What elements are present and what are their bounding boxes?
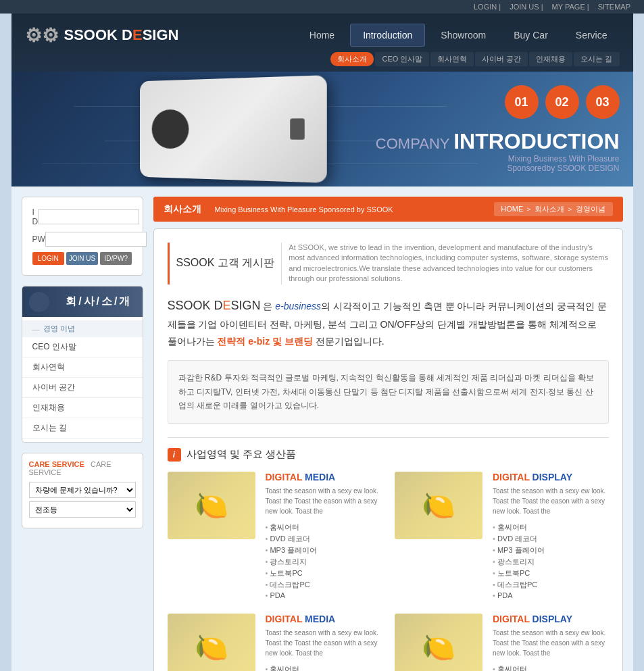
subnav-directions[interactable]: 오시는 길 [574, 52, 619, 66]
hero-section: 01 02 03 COMPANY INTRODUCTION Mixing Bus… [11, 72, 633, 187]
product-card-4: DIGITAL DISPLAY Toast the season with a … [395, 614, 609, 672]
intro-text: SSOOK DESIGN 은 e-business의 시각적이고 기능적인 측면… [168, 295, 609, 351]
hero-subtitle1: Mixing Business With Pleasure [376, 154, 620, 164]
login-button[interactable]: LOGIN [32, 252, 64, 265]
intro-de: E [223, 299, 231, 312]
sidebar-menu: 회/사/소/개 경영 이념 CEO 인사말 회사연혁 사이버 공간 인재채용 오… [22, 286, 143, 443]
gear-icon: ⚙⚙ [25, 24, 59, 47]
sidebar-section: 경영 이념 CEO 인사말 회사연혁 사이버 공간 인재채용 오시는 길 [22, 317, 143, 442]
sidebar-item-recruit[interactable]: 인재채용 [22, 398, 143, 418]
sidebar-item-history[interactable]: 회사연혁 [22, 357, 143, 378]
pw-input[interactable] [45, 232, 147, 247]
product-desc-1: Toast the season with a sexy ew look. To… [266, 486, 382, 516]
list-item: 데스크탑PC [266, 579, 382, 591]
list-item: 광스토리지 [493, 556, 609, 568]
pw-label: PW [32, 234, 45, 244]
list-item: 노트북PC [266, 568, 382, 579]
nav-service[interactable]: Service [564, 24, 620, 46]
products-grid: DIGITAL MEDIA Toast the season with a se… [168, 472, 609, 672]
nav-showroom[interactable]: Showroom [428, 24, 498, 46]
list-item: 홈씨어터 [266, 522, 382, 533]
list-item: 데스크탑PC [493, 579, 609, 591]
digital-label-3: DIGITAL [266, 614, 303, 624]
subnav-cyber[interactable]: 사이버 공간 [475, 52, 528, 66]
digital-label-1: DIGITAL [266, 472, 303, 482]
breadcrumb-desc: Mixing Business With Pleasure Sponsored … [215, 205, 495, 214]
top-bar: LOGIN | JOIN US | MY PAGE | SITEMAP [0, 0, 644, 14]
list-item: DVD 레코더 [493, 533, 609, 545]
product-img-2 [395, 472, 482, 539]
product-img-4 [395, 614, 482, 672]
sidebar-section-title: 경영 이념 [22, 320, 143, 337]
nav-introduction[interactable]: Introduction [350, 24, 425, 47]
care-select-1[interactable]: 차량에 문제가 있습니까? [29, 482, 136, 498]
care-service: CARE SERVICE CARE SERVICE 차량에 문제가 있습니까? … [22, 453, 143, 528]
list-item: PDA [266, 591, 382, 600]
products-title-text: 사업영역 및 주요 생산품 [187, 448, 297, 461]
id-input[interactable] [38, 209, 139, 224]
id-label: I D [32, 207, 39, 226]
hero-title: COMPANY INTRODUCTION [376, 129, 620, 154]
nav-buycar[interactable]: Buy Car [501, 24, 560, 46]
category-label-2: DISPLAY [532, 472, 572, 482]
product-list-3: 홈씨어터 DVD 레코더 MP3 플레이어 광스토리지 노트북PC 데스크탑PC… [266, 664, 382, 672]
sub-nav: 회사소개 CEO 인사말 회사연혁 사이버 공간 인재채용 오시는 길 [11, 50, 633, 72]
product-desc-2: Toast the season with a sexy ew look. To… [493, 486, 609, 516]
sidebar: I D PW LOGIN JOIN US ID/PW? 회/사/소/개 경영 이… [22, 197, 143, 671]
sidebar-item-cyber[interactable]: 사이버 공간 [22, 378, 143, 398]
header-top: ⚙⚙ SSOOK DESIGN Home Introduction Showro… [11, 14, 633, 50]
subnav-recruit[interactable]: 인재채용 [529, 52, 572, 66]
product-list-1: 홈씨어터 DVD 레코더 MP3 플레이어 광스토리지 노트북PC 데스크탑PC… [266, 522, 382, 600]
product-info-3: DIGITAL MEDIA Toast the season with a se… [266, 614, 382, 672]
subnav-history[interactable]: 회사연혁 [430, 52, 474, 66]
login-box: I D PW LOGIN JOIN US ID/PW? [22, 197, 143, 276]
subnav-company[interactable]: 회사소개 [330, 52, 374, 66]
hero-numbers: 01 02 03 [376, 85, 620, 119]
header: ⚙⚙ SSOOK DESIGN Home Introduction Showro… [11, 14, 633, 187]
category-label-1: MEDIA [305, 472, 335, 482]
digital-label-2: DIGITAL [493, 472, 530, 482]
product-card-1: DIGITAL MEDIA Toast the season with a se… [168, 472, 382, 600]
main-content: 회사소개 Mixing Business With Pleasure Spons… [153, 197, 623, 671]
list-item: 노트북PC [493, 568, 609, 579]
breadcrumb-label: 회사소개 [164, 203, 201, 216]
hero-product-image [140, 75, 327, 183]
logo: ⚙⚙ SSOOK DESIGN [25, 24, 179, 47]
info-icon: i [168, 448, 181, 462]
nav-home[interactable]: Home [297, 24, 347, 46]
product-list-2: 홈씨어터 DVD 레코더 MP3 플레이어 광스토리지 노트북PC 데스크탑PC… [493, 522, 609, 600]
product-list-4: 홈씨어터 DVD 레코더 MP3 플레이어 광스토리지 노트북PC 데스크탑PC… [493, 664, 609, 672]
list-item: MP3 플레이어 [493, 545, 609, 556]
product-img-1 [168, 472, 255, 539]
care-select-2[interactable]: 전조등 [29, 501, 136, 518]
product-type-2: DIGITAL DISPLAY [493, 472, 609, 482]
product-card-2: DIGITAL DISPLAY Toast the season with a … [395, 472, 609, 600]
list-item: 광스토리지 [266, 556, 382, 568]
category-label-4: DISPLAY [532, 614, 572, 624]
product-desc-4: Toast the season with a sexy ew look. To… [493, 628, 609, 658]
logo-text: SSOOK DESIGN [64, 26, 179, 44]
joinus-link[interactable]: JOIN US [510, 3, 539, 11]
sitemap-link[interactable]: SITEMAP [598, 3, 630, 11]
sidebar-item-directions[interactable]: 오시는 길 [22, 418, 143, 439]
list-item: DVD 레코더 [266, 533, 382, 545]
breadcrumb-bar: 회사소개 Mixing Business With Pleasure Spons… [153, 197, 623, 222]
product-card-3: DIGITAL MEDIA Toast the season with a se… [168, 614, 382, 672]
product-type-1: DIGITAL MEDIA [266, 472, 382, 482]
sidebar-title: 회/사/소/개 [22, 287, 143, 317]
main-wrapper: ⚙⚙ SSOOK DESIGN Home Introduction Showro… [11, 14, 633, 671]
login-pw-field: PW [32, 232, 132, 247]
idpw-button[interactable]: ID/PW? [100, 252, 132, 265]
hero-num-2: 02 [545, 85, 579, 119]
section-title-label: SSOOK 고객 게시판 [176, 256, 275, 270]
join-button[interactable]: JOIN US [66, 252, 98, 265]
mypage-link[interactable]: MY PAGE [552, 3, 585, 11]
subnav-ceo[interactable]: CEO 인사말 [375, 52, 429, 66]
login-link[interactable]: LOGIN [474, 3, 497, 11]
sidebar-item-ceo[interactable]: CEO 인사말 [22, 337, 143, 357]
content-area: I D PW LOGIN JOIN US ID/PW? 회/사/소/개 경영 이… [11, 187, 633, 671]
hero-subtitle2: Sponsoredby SSOOK DESIGN [376, 164, 620, 173]
list-item: MP3 플레이어 [266, 545, 382, 556]
breadcrumb-nav: HOME ＞ 회사소개 ＞ 경영이념 [494, 202, 612, 216]
product-img-3 [168, 614, 255, 672]
